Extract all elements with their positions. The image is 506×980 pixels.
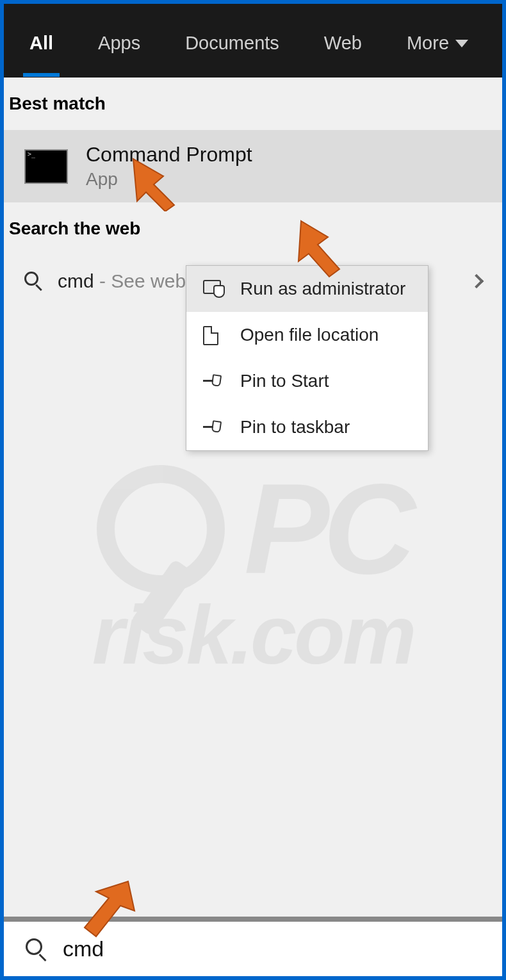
chevron-down-icon xyxy=(455,40,468,47)
pin-icon xyxy=(203,418,225,436)
web-result-text: cmd - See web xyxy=(58,270,186,292)
tab-all[interactable]: All xyxy=(23,8,60,73)
web-query: cmd xyxy=(58,270,94,291)
result-text: Command Prompt App xyxy=(86,143,252,190)
admin-shield-icon xyxy=(203,280,225,298)
section-best-match-label: Best match xyxy=(4,78,502,130)
menu-item-label: Open file location xyxy=(240,325,379,345)
taskbar-search[interactable] xyxy=(4,922,502,976)
menu-open-file-location[interactable]: Open file location xyxy=(186,312,428,358)
search-panel: All Apps Documents Web More Best match C… xyxy=(4,4,502,976)
tab-documents[interactable]: Documents xyxy=(179,8,286,73)
results-area: Best match Command Prompt App Search the… xyxy=(4,78,502,917)
menu-run-as-admin[interactable]: Run as administrator xyxy=(186,266,428,312)
context-menu: Run as administrator Open file location … xyxy=(186,265,428,451)
web-suffix: - See web xyxy=(94,270,186,291)
tab-more-label: More xyxy=(407,33,449,54)
tab-apps[interactable]: Apps xyxy=(92,8,147,73)
menu-item-label: Pin to taskbar xyxy=(240,417,350,437)
taskbar-divider xyxy=(4,917,502,922)
menu-pin-to-taskbar[interactable]: Pin to taskbar xyxy=(186,404,428,450)
search-input[interactable] xyxy=(63,936,480,961)
result-subtitle: App xyxy=(86,169,252,190)
pin-icon xyxy=(203,372,225,390)
best-match-result[interactable]: Command Prompt App xyxy=(4,130,502,202)
section-search-web-label: Search the web xyxy=(4,202,502,255)
result-title: Command Prompt xyxy=(86,143,252,167)
search-icon xyxy=(24,272,44,291)
menu-item-label: Pin to Start xyxy=(240,371,329,391)
chevron-right-icon xyxy=(469,274,484,289)
menu-item-label: Run as administrator xyxy=(240,279,405,299)
tab-web[interactable]: Web xyxy=(318,8,368,73)
search-icon xyxy=(26,938,47,960)
tab-bar: All Apps Documents Web More xyxy=(4,4,502,78)
menu-pin-to-start[interactable]: Pin to Start xyxy=(186,358,428,404)
folder-icon xyxy=(203,326,225,344)
tab-more[interactable]: More xyxy=(400,8,475,73)
command-prompt-icon xyxy=(24,149,68,184)
